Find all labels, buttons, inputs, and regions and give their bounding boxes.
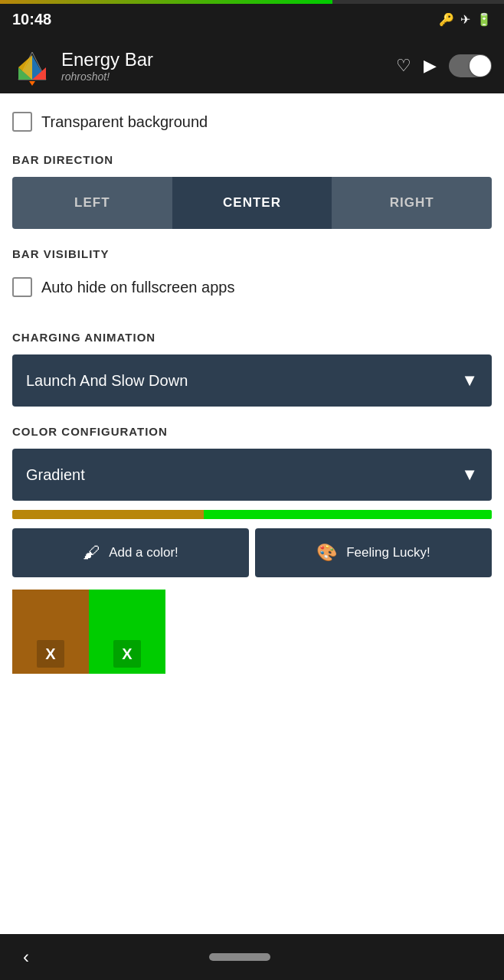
color-swatches: X X — [12, 590, 492, 674]
transparent-bg-label: Transparent background — [41, 113, 208, 131]
svg-marker-5 — [29, 81, 35, 86]
progress-fill — [0, 0, 332, 4]
charging-animation-dropdown[interactable]: Launch And Slow Down ▼ — [12, 354, 492, 407]
swatch-remove-0[interactable]: X — [37, 640, 64, 668]
heart-icon[interactable]: ♡ — [396, 56, 411, 76]
palette-icon: 🎨 — [316, 543, 337, 563]
color-config-dropdown[interactable]: Gradient ▼ — [12, 449, 492, 501]
color-config-title: COLOR CONFIGURATION — [12, 425, 492, 438]
charging-dropdown-arrow: ▼ — [461, 371, 478, 390]
color-dropdown-arrow: ▼ — [461, 465, 478, 485]
app-logo — [12, 46, 52, 86]
charging-animation-value: Launch And Slow Down — [26, 372, 188, 390]
bar-direction-title: BAR DIRECTION — [12, 153, 492, 166]
gradient-preview-bar — [12, 510, 492, 519]
main-content: Transparent background BAR DIRECTION LEF… — [0, 93, 504, 934]
airplane-icon: ✈ — [460, 12, 470, 27]
auto-hide-row[interactable]: Auto hide on fullscreen apps — [12, 271, 492, 312]
key-icon: 🔑 — [439, 12, 454, 27]
add-color-button[interactable]: 🖌 Add a color! — [12, 528, 249, 577]
transparent-bg-checkbox[interactable] — [12, 112, 32, 132]
transparent-bg-row[interactable]: Transparent background — [12, 106, 492, 147]
feeling-lucky-button[interactable]: 🎨 Feeling Lucky! — [255, 528, 492, 577]
color-swatch-0[interactable]: X — [12, 590, 89, 674]
app-bar-actions: ♡ ▶ — [396, 54, 492, 77]
color-config-value: Gradient — [26, 466, 85, 484]
auto-hide-label: Auto hide on fullscreen apps — [41, 279, 234, 296]
app-title: Energy Bar — [61, 49, 387, 71]
play-store-icon[interactable]: ▶ — [424, 56, 437, 76]
battery-icon: 🔋 — [476, 12, 492, 27]
direction-right-button[interactable]: RIGHT — [332, 177, 492, 229]
brush-icon: 🖌 — [83, 543, 100, 563]
charging-animation-section: CHARGING ANIMATION Launch And Slow Down … — [12, 331, 492, 407]
bar-direction-section: BAR DIRECTION LEFT CENTER RIGHT — [12, 153, 492, 229]
auto-hide-checkbox[interactable] — [12, 277, 32, 297]
direction-center-button[interactable]: CENTER — [172, 177, 332, 229]
feeling-lucky-label: Feeling Lucky! — [346, 545, 430, 560]
charging-animation-title: CHARGING ANIMATION — [12, 331, 492, 344]
back-button[interactable]: ‹ — [23, 946, 29, 968]
direction-buttons: LEFT CENTER RIGHT — [12, 177, 492, 229]
status-time: 10:48 — [12, 11, 51, 28]
color-action-buttons: 🖌 Add a color! 🎨 Feeling Lucky! — [12, 528, 492, 577]
color-swatch-1[interactable]: X — [89, 590, 165, 674]
direction-left-button[interactable]: LEFT — [12, 177, 172, 229]
swatch-remove-1[interactable]: X — [113, 640, 141, 668]
home-pill[interactable] — [209, 953, 270, 961]
app-title-block: Energy Bar rohroshot! — [61, 49, 387, 83]
bar-visibility-title: BAR VISIBILITY — [12, 247, 492, 260]
color-config-section: COLOR CONFIGURATION Gradient ▼ 🖌 Add a c… — [12, 425, 492, 674]
bottom-nav: ‹ — [0, 934, 504, 980]
add-color-label: Add a color! — [109, 545, 178, 560]
status-bar: 10:48 🔑 ✈ 🔋 — [0, 0, 504, 38]
toggle-knob — [470, 55, 491, 77]
main-toggle[interactable] — [449, 54, 492, 77]
top-progress-bar — [0, 0, 504, 4]
app-subtitle: rohroshot! — [61, 70, 387, 83]
app-bar: Energy Bar rohroshot! ♡ ▶ — [0, 38, 504, 93]
status-icons: 🔑 ✈ 🔋 — [439, 12, 492, 27]
bar-visibility-section: BAR VISIBILITY Auto hide on fullscreen a… — [12, 247, 492, 312]
